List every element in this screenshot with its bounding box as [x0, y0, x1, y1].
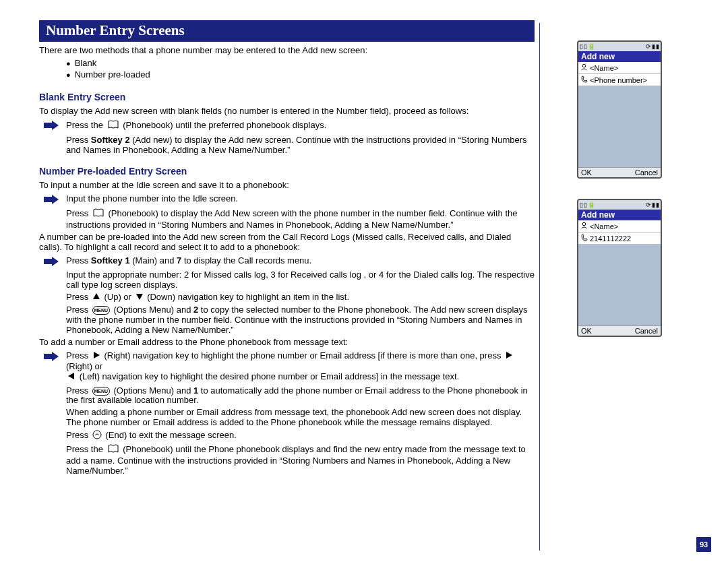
- preloaded-heading: Number Pre-loaded Entry Screen: [39, 166, 535, 177]
- step-text: Press Softkey 1 (Main) and 7 to display …: [66, 256, 535, 266]
- preloaded-lead: To input a number at the Idle screen and…: [39, 181, 535, 191]
- list-item: ● Number pre-loaded: [66, 69, 535, 81]
- sub-step: Press the (Phonebook) until the Phone ph…: [66, 444, 535, 476]
- blank-heading: Blank Entry Screen: [39, 92, 535, 102]
- up-arrow-icon: [92, 292, 100, 303]
- blank-lead: To display the Add new screen with blank…: [39, 106, 535, 117]
- status-icon: ▯: [584, 201, 587, 208]
- softkey-bar: OK Cancel: [578, 167, 661, 177]
- end-key-icon: [92, 430, 102, 442]
- softkey-left[interactable]: OK: [581, 168, 592, 177]
- person-icon: [580, 63, 588, 72]
- number-field: 2141112222: [578, 232, 661, 245]
- sub-step: Input the appropriate number: 2 for Miss…: [66, 270, 535, 290]
- status-icon: 🔋: [588, 43, 595, 50]
- list-label: Blank: [75, 58, 97, 69]
- main-column: Number Entry Screens There are two metho…: [39, 20, 535, 478]
- field-value: 2141112222: [590, 235, 631, 243]
- status-icon: ▯: [584, 43, 587, 50]
- field-value: <Phone number>: [590, 76, 647, 84]
- sub-step: Press MENU (Options Menu) and 1 to autom…: [66, 386, 535, 406]
- phone-mock-preloaded: ▯ ▯ 🔋 ⟳ ▮ ▮ Add new <Name>: [577, 199, 662, 337]
- phone-status-bar: ▯ ▯ 🔋 ⟳ ▮ ▮: [578, 42, 661, 51]
- pointing-hand-icon: [42, 256, 64, 267]
- sub-step: When adding a phone number or Email addr…: [66, 408, 535, 428]
- svg-point-1: [582, 64, 586, 67]
- svg-point-0: [93, 431, 101, 439]
- phone-title: Add new: [578, 51, 661, 62]
- intro-text: There are two methods that a phone numbe…: [39, 46, 535, 56]
- status-icon: ▯: [580, 201, 583, 208]
- name-field: <Name>: [578, 62, 661, 74]
- step-row: Press the (Phonebook) until the preferre…: [39, 120, 535, 132]
- right-column: ▯ ▯ 🔋 ⟳ ▮ ▮ Add new <Name>: [577, 40, 665, 357]
- signal-icon: ▮: [656, 43, 659, 50]
- softkey-left[interactable]: OK: [581, 327, 592, 335]
- phone-body: [578, 245, 661, 325]
- status-icon: ▯: [580, 43, 583, 50]
- vertical-divider: [539, 23, 540, 551]
- name-field: <Name>: [578, 220, 661, 232]
- bullet-icon: ●: [66, 58, 71, 69]
- page-number: 93: [696, 537, 711, 552]
- menu-key-icon: MENU: [92, 306, 110, 315]
- softkey-bar: OK Cancel: [578, 325, 661, 336]
- pointing-hand-icon: [42, 351, 64, 362]
- step-text: Press the (Phonebook) until the preferre…: [66, 120, 535, 132]
- step-text: Press (Right) navigation key to highligh…: [66, 351, 535, 383]
- para: A number can be pre-loaded into the Add …: [39, 232, 535, 253]
- step-row: Input the phone number into the Idle scr…: [39, 194, 535, 205]
- list-label: Number pre-loaded: [75, 69, 150, 81]
- phonebook-icon: [107, 120, 119, 132]
- step-row: Press Softkey 1 (Main) and 7 to display …: [39, 256, 535, 267]
- menu-key-icon: MENU: [92, 387, 110, 396]
- down-arrow-icon: [135, 292, 144, 303]
- sub-step: Press Softkey 2 (Add new) to display the…: [66, 135, 535, 156]
- status-icon: 🔋: [588, 201, 595, 208]
- right-arrow-icon: [505, 351, 513, 362]
- phone-title: Add new: [578, 210, 661, 220]
- phone-mock-blank: ▯ ▯ 🔋 ⟳ ▮ ▮ Add new <Name>: [577, 40, 662, 179]
- field-value: <Name>: [590, 222, 618, 230]
- signal-icon: ▮: [652, 43, 655, 50]
- status-icon: ⟳: [646, 201, 651, 208]
- phone-body: [578, 86, 661, 167]
- phonebook-icon: [92, 208, 104, 220]
- bullet-icon: ●: [66, 69, 71, 81]
- person-icon: [580, 222, 588, 230]
- sub-step: Press (Phonebook) to display the Add New…: [66, 208, 535, 230]
- section-header: Number Entry Screens: [39, 20, 535, 42]
- step-row: Press (Right) navigation key to highligh…: [39, 351, 535, 383]
- svg-point-2: [582, 222, 586, 226]
- signal-icon: ▮: [652, 201, 655, 208]
- right-arrow-icon: [92, 351, 100, 362]
- phone-status-bar: ▯ ▯ 🔋 ⟳ ▮ ▮: [578, 200, 661, 210]
- sub-step: Press MENU (Options Menu) and 2 to copy …: [66, 305, 535, 336]
- pointing-hand-icon: [42, 120, 64, 131]
- page-root: Number Entry Screens There are two metho…: [0, 0, 728, 562]
- number-field: <Phone number>: [578, 74, 661, 86]
- pointing-hand-icon: [42, 194, 64, 205]
- list-item: ● Blank: [66, 58, 535, 69]
- phone-icon: [580, 234, 588, 243]
- status-icon: ⟳: [646, 43, 651, 50]
- left-arrow-icon: [67, 372, 75, 383]
- step-text: Input the phone number into the Idle scr…: [66, 194, 535, 204]
- field-value: <Name>: [590, 64, 618, 72]
- phonebook-icon: [107, 444, 119, 456]
- phone-icon: [580, 75, 588, 84]
- para: To add a number or Email address to the …: [39, 338, 535, 348]
- softkey-right[interactable]: Cancel: [635, 168, 658, 177]
- sub-step: Press (End) to exit the message screen.: [66, 430, 535, 442]
- sub-step: Press (Up) or (Down) navigation key to h…: [66, 292, 535, 303]
- softkey-right[interactable]: Cancel: [635, 327, 658, 335]
- method-list: ● Blank ● Number pre-loaded: [66, 58, 535, 81]
- signal-icon: ▮: [656, 201, 659, 208]
